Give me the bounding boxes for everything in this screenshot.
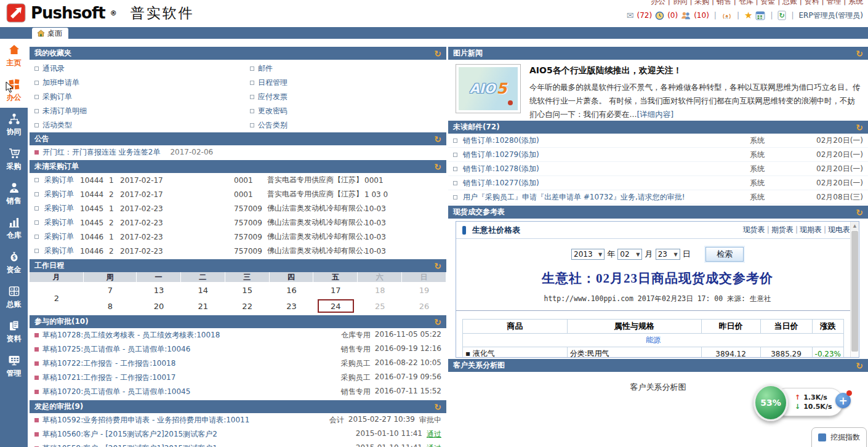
broadcast-icon[interactable] (721, 11, 732, 20)
approval-row[interactable]: 草稿10721:工作报告 - 工作报告:10017 采购员工2016-07-19… (30, 371, 446, 385)
approval-status[interactable]: 通过 (427, 443, 441, 447)
sidebar-item-admin[interactable]: 管理 (0, 349, 28, 384)
approval-link[interactable]: 草稿10721:工作报告 - 工作报告:10017 (42, 372, 175, 383)
clock-icon[interactable] (655, 11, 664, 20)
favorite-link[interactable]: 未清订单明细 (34, 104, 250, 118)
mail-subject-link[interactable]: 销售订单:10278(添加) (463, 164, 750, 174)
mail-subject-link[interactable]: 销售订单:10277(添加) (463, 178, 750, 188)
tab-futures-table[interactable]: 期货表 (771, 225, 794, 234)
users-icon[interactable] (681, 11, 691, 20)
favorite-link-label[interactable]: 采购订单 (42, 92, 72, 102)
approval-link[interactable]: 草稿10728:员工绩效考核表 - 员工绩效考核表:10018 (42, 330, 220, 340)
mail-row[interactable]: 销售订单:10278(添加) 系统 02月20日(一) (448, 162, 868, 176)
favorite-link[interactable]: 应付发票 (250, 90, 446, 104)
calendar-day-cell[interactable]: 15 (225, 282, 270, 298)
favorite-link-label[interactable]: 邮件 (258, 63, 273, 74)
favorite-link[interactable]: 采购订单 (34, 90, 250, 104)
approval-row[interactable]: 草稿10722:工作报告 - 工作报告:10018 采购员工2016-08-22… (30, 356, 446, 371)
sidebar-item-sales[interactable]: 销售 (0, 177, 28, 211)
refresh-icon[interactable]: ↻ (434, 318, 441, 326)
news-headline[interactable]: AIO5各个行业版陆续推出，欢迎关注！ (529, 65, 862, 76)
day-select[interactable]: 23▼ (656, 249, 680, 260)
year-select[interactable]: 2013▼ (571, 249, 605, 260)
network-speed-widget[interactable]: ↑1.3K/s ↓10.5K/s 53% + (753, 384, 852, 422)
calendar-day-cell[interactable]: 23 (270, 298, 314, 314)
sidebar-item-purchasing[interactable]: 采购 (0, 142, 28, 177)
mail-icon[interactable]: ✉ (627, 10, 634, 20)
calendar-week-cell[interactable]: 7 (84, 282, 137, 298)
refresh-icon[interactable]: ↻ (434, 262, 441, 270)
calendar-day-cell[interactable]: 18 (358, 282, 402, 298)
approval-link[interactable]: 草稿10559:客户 - [2015测试客户1]2015测试客户1 (42, 443, 217, 447)
refresh-icon[interactable]: ↻ (434, 49, 441, 58)
scrollbar-up-arrow[interactable]: ▲ (851, 222, 859, 230)
memory-percent-ball[interactable]: 53% (753, 384, 788, 421)
favorite-link[interactable]: 通讯录 (34, 62, 250, 76)
po-type-link[interactable]: 采购订单 (44, 189, 80, 199)
refresh-icon[interactable]: ↻ (856, 208, 863, 217)
refresh-icon[interactable]: ↻ (856, 361, 863, 370)
commodity-name[interactable]: ▪ 液化气 (463, 347, 568, 358)
mail-subject-link[interactable]: 销售订单:10280(添加) (463, 135, 750, 146)
calendar-week-cell[interactable]: 8 (84, 298, 137, 314)
refresh-icon[interactable]: ↻ (434, 403, 441, 411)
calendar-day-cell-selected[interactable]: 24 (313, 298, 358, 314)
calendar-day-cell[interactable]: 17 (313, 282, 358, 298)
news-thumbnail[interactable]: AIO 5 (456, 64, 521, 113)
tab-desktop[interactable]: 桌面 (32, 28, 68, 39)
approval-link[interactable]: 草稿10725:员工请假单 - 员工请假单:10046 (42, 344, 190, 355)
refresh-icon[interactable]: ↻ (856, 123, 863, 132)
approval-row[interactable]: 草稿10559:客户 - [2015测试客户1]2015测试客户1 2015-0… (30, 441, 446, 447)
refresh-icon[interactable]: ↻ (856, 49, 863, 58)
calendar-day-cell[interactable]: 26 (402, 298, 446, 314)
mail-row[interactable]: 销售订单:10280(添加) 系统 02月20日(一) (448, 134, 868, 148)
calendar-day-cell[interactable]: 14 (181, 282, 225, 298)
refresh-page-icon[interactable]: ↻ (778, 10, 786, 20)
announcement-link[interactable]: 开门红：开门喜报连连 业务连签2单 (42, 147, 160, 158)
po-type-link[interactable]: 采购订单 (44, 217, 80, 228)
po-row[interactable]: 采购订单 10446 1 2017-02-23 757009 佛山法雷奥发动机冷… (30, 230, 446, 244)
favorite-link[interactable]: 加班申请单 (34, 76, 250, 90)
po-row[interactable]: 采购订单 10444 1 2017-02-17 0001 普实电器专用供应商【江… (30, 173, 446, 187)
widget-scrollbar[interactable]: ▲ (850, 222, 859, 357)
approval-link[interactable]: 草稿10720:员工请假单 - 员工请假单:10045 (42, 387, 190, 397)
po-type-link[interactable]: 采购订单 (44, 246, 80, 256)
favorite-link-label[interactable]: 通讯录 (42, 63, 65, 74)
approval-row[interactable]: 草稿10560:客户 - [2015测试客户2]2015测试客户2 2015-0… (30, 427, 446, 441)
sidebar-item-funds[interactable]: $ 资金 (0, 246, 28, 280)
tab-spot-elec-table[interactable]: 现电表 (828, 225, 850, 234)
category-label[interactable]: 能源 (463, 334, 844, 347)
po-row[interactable]: 采购订单 10446 2 2017-02-23 757009 佛山法雷奥发动机冷… (30, 244, 446, 258)
calendar-day-cell[interactable]: 16 (270, 282, 314, 298)
favorite-link-label[interactable]: 加班申请单 (42, 78, 79, 88)
po-type-link[interactable]: 采购订单 (44, 203, 80, 214)
calendar-day-cell[interactable]: 25 (358, 298, 402, 314)
favorite-link[interactable]: 日程管理 (250, 76, 446, 90)
favorite-link[interactable]: 公告类别 (250, 118, 446, 132)
sidebar-item-office[interactable]: 办公 (0, 73, 28, 108)
refresh-icon[interactable]: ↻ (434, 135, 441, 143)
favorite-link-label[interactable]: 日程管理 (258, 78, 287, 88)
mail-row[interactable]: 销售订单:10279(添加) 系统 02月20日(一) (448, 148, 868, 162)
mail-row[interactable]: 用户『采购员工』申请『出差申请单 #10732』业务,请求您的审批! 系统 02… (448, 190, 868, 204)
scrollbar-thumb[interactable] (851, 231, 858, 352)
sidebar-item-ledger[interactable]: 总账 (0, 280, 28, 315)
top-nav[interactable]: 办公 | 协同 | 采购 | 销售 | 仓库 | 资金 | 总账 | 资料 | … (651, 0, 863, 7)
favorite-link[interactable]: 邮件 (250, 62, 446, 76)
current-user[interactable]: ERP管理员(管理员) (798, 10, 863, 21)
news-more-link[interactable]: [详细内容] (637, 110, 673, 119)
online-count[interactable]: (10) (694, 11, 709, 20)
sidebar-item-warehouse[interactable]: 仓库 (0, 211, 28, 246)
approval-row[interactable]: 草稿10728:员工绩效考核表 - 员工绩效考核表:10018 仓库专用2016… (30, 328, 446, 342)
announcement-item[interactable]: 开门红：开门喜报连连 业务连签2单 2017-02-06 (30, 145, 446, 159)
favorite-link[interactable]: 活动类型 (34, 118, 250, 132)
sidebar-item-data[interactable]: 资料 (0, 315, 28, 349)
calendar-day-cell[interactable]: 13 (137, 282, 181, 298)
po-row[interactable]: 采购订单 10445 2 2017-02-23 757009 佛山法雷奥发动机冷… (30, 215, 446, 230)
reminder-count[interactable]: (0) (667, 11, 678, 20)
calendar-day-cell[interactable]: 22 (225, 298, 270, 314)
favorite-link-label[interactable]: 活动类型 (42, 120, 72, 131)
approval-row[interactable]: 草稿10720:员工请假单 - 员工请假单:10045 销售专用2016-07-… (30, 385, 446, 399)
calendar-day-cell[interactable]: 19 (402, 282, 446, 298)
approval-link[interactable]: 草稿10592:业务招待费用申请表 - 业务招待费用申请表:10011 (42, 415, 249, 425)
